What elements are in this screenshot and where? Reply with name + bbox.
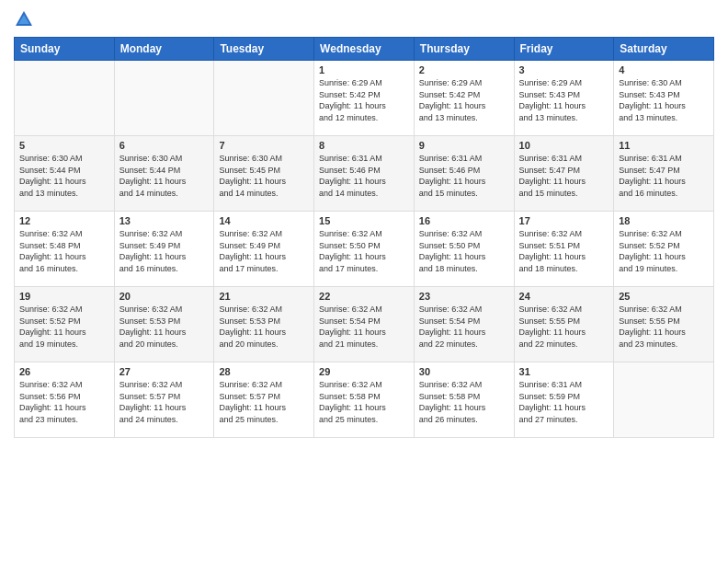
calendar-day-cell (15, 61, 115, 136)
day-number: 16 (419, 215, 509, 226)
day-number: 3 (519, 64, 609, 75)
day-number: 19 (19, 291, 109, 302)
day-number: 4 (619, 64, 709, 75)
calendar-header-cell: Friday (514, 38, 614, 61)
logo-icon (14, 9, 34, 29)
calendar-day-cell: 12Sunrise: 6:32 AM Sunset: 5:48 PM Dayli… (15, 212, 115, 287)
day-number: 24 (519, 291, 609, 302)
calendar-day-cell: 14Sunrise: 6:32 AM Sunset: 5:49 PM Dayli… (214, 212, 314, 287)
calendar-header-cell: Sunday (15, 38, 115, 61)
day-number: 27 (119, 366, 210, 377)
calendar-week-row: 5Sunrise: 6:30 AM Sunset: 5:44 PM Daylig… (15, 136, 714, 212)
page: SundayMondayTuesdayWednesdayThursdayFrid… (0, 0, 728, 563)
calendar-day-cell: 9Sunrise: 6:31 AM Sunset: 5:46 PM Daylig… (414, 136, 514, 212)
day-number: 25 (619, 291, 709, 302)
day-info: Sunrise: 6:32 AM Sunset: 5:58 PM Dayligh… (419, 379, 509, 425)
calendar-header-cell: Thursday (414, 38, 514, 61)
day-number: 10 (519, 140, 609, 151)
calendar-day-cell: 29Sunrise: 6:32 AM Sunset: 5:58 PM Dayli… (314, 362, 415, 438)
day-number: 23 (419, 291, 509, 302)
calendar-day-cell: 21Sunrise: 6:32 AM Sunset: 5:53 PM Dayli… (214, 287, 314, 362)
day-info: Sunrise: 6:32 AM Sunset: 5:54 PM Dayligh… (319, 304, 409, 350)
day-info: Sunrise: 6:32 AM Sunset: 5:49 PM Dayligh… (119, 228, 210, 274)
calendar-header-row: SundayMondayTuesdayWednesdayThursdayFrid… (15, 38, 714, 61)
day-info: Sunrise: 6:30 AM Sunset: 5:44 PM Dayligh… (119, 153, 210, 199)
day-number: 17 (519, 215, 609, 226)
calendar-day-cell: 10Sunrise: 6:31 AM Sunset: 5:47 PM Dayli… (514, 136, 614, 212)
calendar-day-cell (214, 61, 314, 136)
logo (14, 9, 38, 29)
calendar-day-cell: 23Sunrise: 6:32 AM Sunset: 5:54 PM Dayli… (414, 287, 514, 362)
calendar-day-cell: 18Sunrise: 6:32 AM Sunset: 5:52 PM Dayli… (614, 212, 714, 287)
calendar-week-row: 19Sunrise: 6:32 AM Sunset: 5:52 PM Dayli… (15, 287, 714, 362)
day-info: Sunrise: 6:30 AM Sunset: 5:44 PM Dayligh… (19, 153, 109, 199)
day-info: Sunrise: 6:32 AM Sunset: 5:56 PM Dayligh… (19, 379, 109, 425)
calendar-day-cell: 24Sunrise: 6:32 AM Sunset: 5:55 PM Dayli… (514, 287, 614, 362)
calendar-day-cell: 11Sunrise: 6:31 AM Sunset: 5:47 PM Dayli… (614, 136, 714, 212)
calendar-day-cell: 31Sunrise: 6:31 AM Sunset: 5:59 PM Dayli… (514, 362, 614, 438)
day-number: 1 (319, 64, 409, 75)
day-info: Sunrise: 6:31 AM Sunset: 5:47 PM Dayligh… (619, 153, 709, 199)
day-info: Sunrise: 6:32 AM Sunset: 5:48 PM Dayligh… (19, 228, 109, 274)
calendar-day-cell: 17Sunrise: 6:32 AM Sunset: 5:51 PM Dayli… (514, 212, 614, 287)
calendar-day-cell: 27Sunrise: 6:32 AM Sunset: 5:57 PM Dayli… (114, 362, 214, 438)
day-number: 7 (219, 140, 309, 151)
calendar-week-row: 1Sunrise: 6:29 AM Sunset: 5:42 PM Daylig… (15, 61, 714, 136)
day-info: Sunrise: 6:31 AM Sunset: 5:59 PM Dayligh… (519, 379, 609, 425)
calendar-day-cell: 6Sunrise: 6:30 AM Sunset: 5:44 PM Daylig… (114, 136, 214, 212)
calendar-day-cell: 25Sunrise: 6:32 AM Sunset: 5:55 PM Dayli… (614, 287, 714, 362)
calendar-day-cell: 1Sunrise: 6:29 AM Sunset: 5:42 PM Daylig… (314, 61, 415, 136)
day-info: Sunrise: 6:32 AM Sunset: 5:50 PM Dayligh… (319, 228, 409, 274)
day-number: 9 (419, 140, 509, 151)
day-number: 21 (219, 291, 309, 302)
day-number: 29 (319, 366, 409, 377)
calendar-day-cell (114, 61, 214, 136)
day-number: 11 (619, 140, 709, 151)
calendar-day-cell: 13Sunrise: 6:32 AM Sunset: 5:49 PM Dayli… (114, 212, 214, 287)
calendar-day-cell: 30Sunrise: 6:32 AM Sunset: 5:58 PM Dayli… (414, 362, 514, 438)
calendar-table: SundayMondayTuesdayWednesdayThursdayFrid… (14, 37, 714, 438)
day-info: Sunrise: 6:32 AM Sunset: 5:49 PM Dayligh… (219, 228, 309, 274)
calendar-day-cell: 7Sunrise: 6:30 AM Sunset: 5:45 PM Daylig… (214, 136, 314, 212)
calendar-day-cell: 2Sunrise: 6:29 AM Sunset: 5:42 PM Daylig… (414, 61, 514, 136)
calendar-week-row: 12Sunrise: 6:32 AM Sunset: 5:48 PM Dayli… (15, 212, 714, 287)
calendar-day-cell: 26Sunrise: 6:32 AM Sunset: 5:56 PM Dayli… (15, 362, 115, 438)
day-info: Sunrise: 6:31 AM Sunset: 5:46 PM Dayligh… (319, 153, 409, 199)
calendar-day-cell: 15Sunrise: 6:32 AM Sunset: 5:50 PM Dayli… (314, 212, 415, 287)
day-number: 14 (219, 215, 309, 226)
calendar-week-row: 26Sunrise: 6:32 AM Sunset: 5:56 PM Dayli… (15, 362, 714, 438)
day-info: Sunrise: 6:29 AM Sunset: 5:42 PM Dayligh… (319, 77, 409, 123)
day-number: 31 (519, 366, 609, 377)
day-info: Sunrise: 6:32 AM Sunset: 5:53 PM Dayligh… (219, 304, 309, 350)
calendar-day-cell: 4Sunrise: 6:30 AM Sunset: 5:43 PM Daylig… (614, 61, 714, 136)
day-info: Sunrise: 6:31 AM Sunset: 5:46 PM Dayligh… (419, 153, 509, 199)
day-info: Sunrise: 6:32 AM Sunset: 5:52 PM Dayligh… (619, 228, 709, 274)
day-number: 15 (319, 215, 409, 226)
day-number: 13 (119, 215, 210, 226)
calendar-day-cell: 20Sunrise: 6:32 AM Sunset: 5:53 PM Dayli… (114, 287, 214, 362)
calendar-header-cell: Saturday (614, 38, 714, 61)
day-number: 12 (19, 215, 109, 226)
day-number: 5 (19, 140, 109, 151)
calendar-day-cell: 5Sunrise: 6:30 AM Sunset: 5:44 PM Daylig… (15, 136, 115, 212)
calendar-day-cell: 28Sunrise: 6:32 AM Sunset: 5:57 PM Dayli… (214, 362, 314, 438)
day-info: Sunrise: 6:32 AM Sunset: 5:58 PM Dayligh… (319, 379, 409, 425)
day-info: Sunrise: 6:29 AM Sunset: 5:43 PM Dayligh… (519, 77, 609, 123)
day-number: 6 (119, 140, 210, 151)
header (14, 9, 714, 29)
day-info: Sunrise: 6:32 AM Sunset: 5:57 PM Dayligh… (219, 379, 309, 425)
day-info: Sunrise: 6:32 AM Sunset: 5:52 PM Dayligh… (19, 304, 109, 350)
day-number: 2 (419, 64, 509, 75)
day-info: Sunrise: 6:32 AM Sunset: 5:57 PM Dayligh… (119, 379, 210, 425)
day-number: 26 (19, 366, 109, 377)
day-info: Sunrise: 6:31 AM Sunset: 5:47 PM Dayligh… (519, 153, 609, 199)
day-info: Sunrise: 6:32 AM Sunset: 5:51 PM Dayligh… (519, 228, 609, 274)
day-number: 28 (219, 366, 309, 377)
calendar-body: 1Sunrise: 6:29 AM Sunset: 5:42 PM Daylig… (15, 61, 714, 438)
day-info: Sunrise: 6:32 AM Sunset: 5:55 PM Dayligh… (619, 304, 709, 350)
calendar-day-cell: 8Sunrise: 6:31 AM Sunset: 5:46 PM Daylig… (314, 136, 415, 212)
calendar-header-cell: Wednesday (314, 38, 415, 61)
day-info: Sunrise: 6:32 AM Sunset: 5:50 PM Dayligh… (419, 228, 509, 274)
day-info: Sunrise: 6:30 AM Sunset: 5:45 PM Dayligh… (219, 153, 309, 199)
day-number: 8 (319, 140, 409, 151)
